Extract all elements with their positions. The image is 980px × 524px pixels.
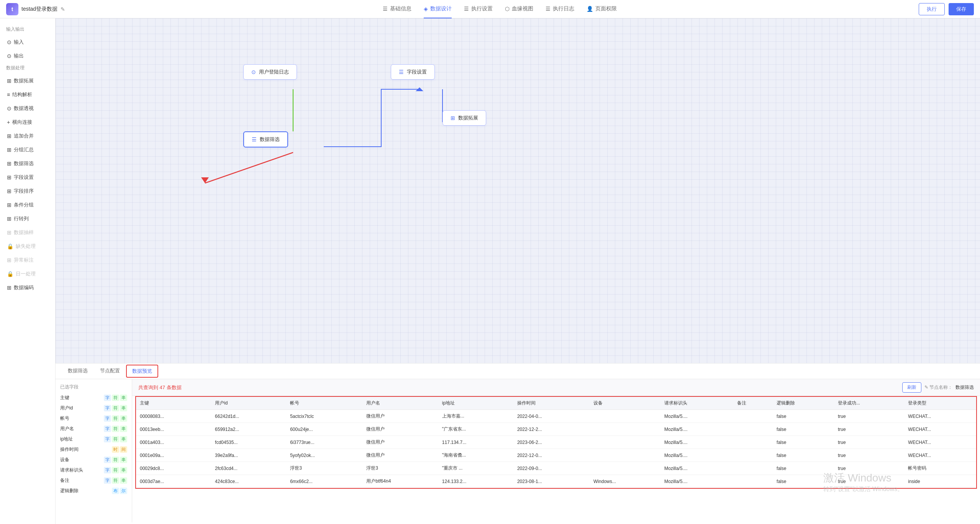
node-field-setting[interactable]: ☰ 字段设置 — [391, 64, 435, 80]
data-sample-icon: ⊞ — [7, 229, 11, 236]
tab-exec-settings[interactable]: ☰ 执行设置 — [464, 0, 493, 18]
user-log-node-icon: ⊙ — [251, 69, 256, 75]
tab-node-config[interactable]: 节点配置 — [94, 364, 126, 379]
field-row-reqheader: 请求标识头 字 符 串 — [56, 465, 132, 475]
sidebar-section-processing: 数据处理 — [3, 63, 52, 74]
sidebar-item-output[interactable]: ⊙ 输出 — [3, 49, 52, 62]
tab-lineage[interactable]: ⬡ 血缘视图 — [505, 0, 533, 18]
table-row: 00029dc8...2fc63cd4...浮世3浮世3"重庆市 ...2022… — [136, 462, 976, 475]
data-filter-icon: ⊞ — [7, 160, 11, 167]
sidebar-item-group-summary[interactable]: ⊞ 分组汇总 — [3, 143, 52, 156]
sidebar-item-data-pivot[interactable]: ⊙ 数据透视 — [3, 102, 52, 115]
sidebar-item-data-filter[interactable]: ⊞ 数据筛选 — [3, 157, 52, 170]
tag-char-0: 字 — [104, 395, 111, 401]
field-row-logic-del: 逻辑删除 布 尔 — [56, 486, 132, 496]
sidebar-item-condition-group[interactable]: ⊞ 条件分组 — [3, 198, 52, 211]
col-userid: 用户id — [211, 397, 286, 410]
field-row-userid: 用户id 字 符 串 — [56, 403, 132, 413]
sidebar-item-field-settings[interactable]: ⊞ 字段设置 — [3, 171, 52, 184]
tab-data-preview[interactable]: 数据预览 — [126, 365, 158, 378]
sidebar-item-append-merge[interactable]: ⊞ 追加合并 — [3, 129, 52, 142]
tab-exec-log[interactable]: ☰ 执行日志 — [546, 0, 574, 18]
red-arrow-annotation — [56, 18, 980, 363]
tab-exec-settings-icon: ☰ — [464, 6, 469, 12]
table-row: 00013eeb...659912a2...600u24je...微信用户"广东… — [136, 423, 976, 436]
col-device: 设备 — [590, 397, 660, 410]
output-icon: ⊙ — [7, 53, 11, 59]
sidebar-section-io: 输入输出 — [3, 25, 52, 36]
data-pivot-icon: ⊙ — [7, 105, 11, 111]
data-table: 主键 用户id 帐号 用户名 ip地址 操作时间 设备 请求标识头 备注 逻 — [136, 397, 976, 488]
table-row: 0001a403...fcd04535...6i3773rue...微信用户11… — [136, 436, 976, 449]
bottom-tabs: 数据筛选 节点配置 数据预览 — [56, 364, 980, 379]
sidebar-item-anomaly-label: ⊞ 异常标注 — [3, 254, 52, 267]
data-encode-icon: ⊞ — [7, 285, 11, 291]
col-remark: 备注 — [733, 397, 773, 410]
field-row-key: 主键 字 符 串 — [56, 393, 132, 403]
table-row: 0003d7ae...424c83ce...6mx66c2...用户btf64n… — [136, 475, 976, 488]
node-name-row: 刷新 ✎ 节点名称： 数据筛选 — [902, 382, 974, 393]
node-name-value: 数据筛选 — [955, 384, 974, 391]
data-filter-node-icon: ☰ — [252, 136, 257, 142]
sidebar: 输入输出 ⊙ 输入 ⊙ 输出 数据处理 ⊞ 数据拓展 ≡ 结构解析 ⊙ 数据透视… — [0, 18, 56, 524]
node-name-label: ✎ 节点名称： — [924, 384, 952, 391]
sidebar-item-field-sort[interactable]: ⊞ 字段排序 — [3, 185, 52, 198]
page-title: testad登录数据 — [21, 6, 57, 13]
sidebar-item-struct-parse[interactable]: ≡ 结构解析 — [3, 88, 52, 101]
save-button[interactable]: 保存 — [949, 3, 974, 15]
tab-lineage-icon: ⬡ — [505, 6, 510, 12]
col-optime: 操作时间 — [513, 397, 590, 410]
group-summary-icon: ⊞ — [7, 147, 11, 153]
field-sort-icon: ⊞ — [7, 188, 11, 194]
sidebar-item-row-to-col[interactable]: ⊞ 行转列 — [3, 212, 52, 225]
col-key: 主键 — [136, 397, 211, 410]
tab-data-filter[interactable]: 数据筛选 — [62, 364, 94, 379]
sidebar-item-day-process: 🔒 日一处理 — [3, 267, 52, 280]
field-row-account: 帐号 字 符 串 — [56, 413, 132, 424]
col-login-success: 登录成功... — [834, 397, 904, 410]
flow-connections — [56, 18, 980, 363]
field-setting-node-icon: ☰ — [399, 69, 404, 75]
sidebar-item-cross-join[interactable]: + 横向连接 — [3, 116, 52, 129]
anomaly-label-icon: ⊞ — [7, 257, 11, 263]
tab-exec-log-icon: ☰ — [546, 6, 551, 12]
main-layout: 输入输出 ⊙ 输入 ⊙ 输出 数据处理 ⊞ 数据拓展 ≡ 结构解析 ⊙ 数据透视… — [0, 18, 980, 524]
tab-basic-info-icon: ☰ — [383, 6, 388, 12]
append-merge-icon: ⊞ — [7, 133, 11, 139]
missing-handle-icon: 🔒 — [7, 243, 13, 249]
tab-data-design-icon: ◈ — [424, 6, 428, 12]
field-row-optime: 操作时间 时 间 — [56, 444, 132, 455]
tag-str-0: 串 — [120, 395, 127, 401]
fields-section-title: 已选字段 — [56, 382, 132, 393]
condition-group-icon: ⊞ — [7, 202, 11, 208]
tab-page-permission[interactable]: 👤 页面权限 — [587, 0, 617, 18]
sidebar-item-data-encode[interactable]: ⊞ 数据编码 — [3, 281, 52, 294]
svg-marker-1 — [416, 87, 423, 91]
nav-tabs: ☰ 基础信息 ◈ 数据设计 ☰ 执行设置 ⬡ 血缘视图 ☰ 执行日志 👤 页面权… — [80, 0, 919, 18]
node-data-expand[interactable]: ⊞ 数据拓展 — [442, 110, 486, 126]
field-settings-icon: ⊞ — [7, 174, 11, 180]
node-data-filter[interactable]: ☰ 数据筛选 — [243, 131, 288, 147]
node-user-log[interactable]: ⊙ 用户登陆日志 — [243, 64, 297, 80]
execute-button[interactable]: 执行 — [919, 3, 945, 15]
input-icon: ⊙ — [7, 39, 11, 45]
field-row-username: 用户名 字 符 串 — [56, 424, 132, 434]
data-expand-node-icon: ⊞ — [451, 115, 455, 121]
data-table-container: 主键 用户id 帐号 用户名 ip地址 操作时间 设备 请求标识头 备注 逻 — [135, 396, 977, 489]
canvas-area[interactable]: ⊙ 用户登陆日志 ☰ 字段设置 ☰ 数据筛选 ⊞ 数据拓展 — [56, 18, 980, 363]
refresh-button[interactable]: 刷新 — [902, 382, 921, 393]
col-ip: ip地址 — [438, 397, 513, 410]
col-account: 帐号 — [286, 397, 362, 410]
edit-icon[interactable]: ✎ — [61, 6, 65, 12]
svg-marker-4 — [201, 177, 209, 183]
sidebar-item-input[interactable]: ⊙ 输入 — [3, 36, 52, 49]
tab-data-design[interactable]: ◈ 数据设计 — [424, 0, 452, 18]
svg-line-3 — [205, 152, 293, 183]
table-row: 00008083...66242d1d...5actcix7tclc微信用户上海… — [136, 410, 976, 423]
day-process-icon: 🔒 — [7, 271, 13, 277]
sidebar-item-data-expand[interactable]: ⊞ 数据拓展 — [3, 74, 52, 87]
sidebar-item-missing-handle: 🔒 缺失处理 — [3, 240, 52, 253]
data-count: 共查询到 47 条数据 — [138, 384, 182, 391]
col-login-type: 登录类型 — [904, 397, 976, 410]
tab-basic-info[interactable]: ☰ 基础信息 — [383, 0, 411, 18]
